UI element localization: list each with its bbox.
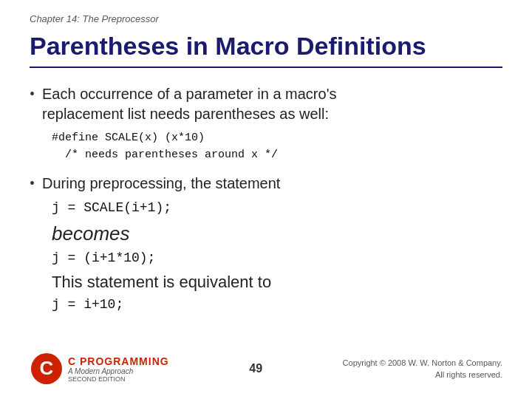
page-number: 49 [249,362,262,375]
bullet-item-1: • Each occurrence of a parameter in a ma… [30,84,502,124]
code-line-1: #define SCALE(x) (x*10) [52,132,205,144]
bullet-dot-1: • [30,86,35,103]
becomes-text: becomes [52,222,502,245]
slide-title: Parentheses in Macro Definitions [30,32,502,68]
code-inline-2: j = (i+1*10); [52,248,502,268]
logo-subtitle: A Modern Approach [68,367,169,375]
bullet-item-2: • During preprocessing, the statement [30,174,502,194]
statement-text: This statement is equivalent to [52,273,502,292]
code-inline-1: j = SCALE(i+1); [52,198,502,218]
bullet-dot-2: • [30,175,35,192]
bullet-text-2: During preprocessing, the statement [42,174,280,194]
code-line-2: /* needs parentheses around x */ [52,149,278,161]
slide: Chapter 14: The Preprocessor Parentheses… [0,0,532,399]
bullet-section-1: • Each occurrence of a parameter in a ma… [30,84,502,163]
bullet-text-1: Each occurrence of a parameter in a macr… [42,84,336,124]
copyright-text: Copyright © 2008 W. W. Norton & Company.… [343,357,502,381]
logo-edition: SECOND EDITION [68,375,169,383]
footer-logo: C C PROGRAMMING A Modern Approach SECOND… [30,352,169,386]
logo-title: C PROGRAMMING [68,355,169,367]
c-logo: C [30,352,64,386]
code-inline-3: j = i+10; [52,295,502,315]
chapter-label: Chapter 14: The Preprocessor [30,13,502,24]
footer: C C PROGRAMMING A Modern Approach SECOND… [0,352,532,386]
bullet-section-2: • During preprocessing, the statement j … [30,174,502,315]
code-block-1: #define SCALE(x) (x*10) /* needs parenth… [52,130,502,163]
logo-text: C PROGRAMMING A Modern Approach SECOND E… [68,355,169,383]
svg-text:C: C [40,357,54,379]
